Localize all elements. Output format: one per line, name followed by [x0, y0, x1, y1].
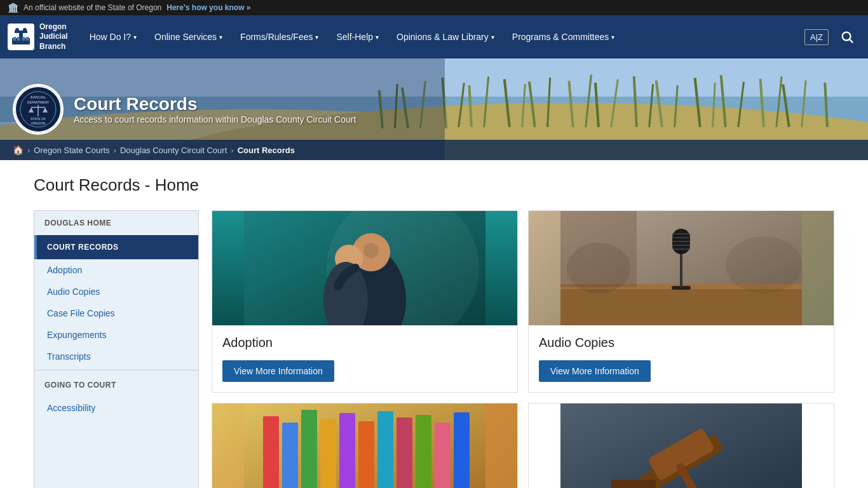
svg-point-3 [15, 28, 19, 32]
card-btn-audio[interactable]: View More Information [539, 360, 651, 382]
nav-self-help[interactable]: Self-Help ▾ [327, 15, 388, 58]
chevron-icon: ▾ [491, 34, 494, 41]
svg-rect-78 [320, 419, 336, 488]
svg-text:STATE OF: STATE OF [31, 117, 46, 121]
navbar: Oregon Judicial Branch How Do I? ▾ Onlin… [0, 15, 868, 58]
svg-rect-64 [680, 249, 682, 287]
search-button[interactable] [834, 26, 860, 48]
nav-right: A|Z [804, 26, 860, 48]
sidebar-link-expungements[interactable]: Expungements [34, 324, 198, 346]
sidebar-link-transcripts[interactable]: Transcripts [34, 346, 198, 367]
card-expungements: Expungements View More Information [528, 403, 834, 488]
logo[interactable]: Oregon Judicial Branch [8, 22, 68, 52]
sidebar-link-case-file-copies[interactable]: Case File Copies [34, 302, 198, 324]
page-title: Court Records - Home [34, 175, 834, 195]
sidebar-douglas-home-header: DOUGLAS HOME [34, 211, 198, 235]
svg-rect-77 [301, 410, 317, 488]
nav-programs-committees[interactable]: Programs & Committees ▾ [503, 15, 623, 58]
sidebar-divider [34, 370, 198, 370]
logo-icon [8, 24, 34, 50]
svg-point-59 [363, 243, 379, 258]
svg-point-9 [843, 32, 851, 41]
nav-opinions-law[interactable]: Opinions & Law Library ▾ [388, 15, 503, 58]
svg-rect-7 [22, 37, 25, 41]
svg-line-10 [850, 39, 853, 43]
svg-point-72 [567, 243, 630, 294]
translate-button[interactable]: A|Z [804, 29, 829, 45]
card-body-audio: Audio Copies View More Information [529, 325, 834, 392]
svg-point-73 [726, 236, 802, 294]
top-banner: 🏛️ An official website of the State of O… [0, 0, 868, 15]
cards-area: Adoption View More Information [212, 210, 834, 488]
nav-items: How Do I? ▾ Online Services ▾ Forms/Rule… [81, 15, 804, 58]
sidebar-link-audio-copies[interactable]: Audio Copies [34, 281, 198, 302]
sidebar: DOUGLAS HOME COURT RECORDS Adoption Audi… [34, 210, 199, 488]
hero-content: JUDICIAL DEPARTMENT STATE OF OREGON Cour… [0, 58, 868, 160]
svg-rect-81 [377, 411, 393, 488]
chevron-icon: ▾ [219, 34, 222, 41]
svg-rect-82 [397, 417, 412, 488]
chevron-icon: ▾ [376, 34, 379, 41]
sidebar-going-to-court-header: GOING TO COURT [34, 373, 198, 397]
svg-rect-90 [611, 480, 656, 488]
svg-rect-5 [13, 37, 16, 41]
card-body-adoption: Adoption View More Information [212, 325, 517, 392]
hero-section: JUDICIAL DEPARTMENT STATE OF OREGON Cour… [0, 58, 868, 160]
card-audio-copies: Audio Copies View More Information [528, 210, 834, 393]
svg-rect-84 [435, 423, 451, 488]
svg-rect-79 [339, 413, 355, 488]
card-image-adoption [212, 211, 517, 325]
content-layout: DOUGLAS HOME COURT RECORDS Adoption Audi… [34, 210, 834, 488]
sidebar-link-accessibility[interactable]: Accessibility [34, 397, 198, 419]
svg-rect-6 [17, 37, 20, 41]
svg-text:OREGON: OREGON [31, 121, 46, 125]
nav-how-do-i[interactable]: How Do I? ▾ [81, 15, 146, 58]
nav-online-services[interactable]: Online Services ▾ [146, 15, 231, 58]
svg-rect-83 [416, 415, 431, 488]
banner-link[interactable]: Here's how you know » [166, 3, 250, 12]
svg-rect-76 [282, 423, 298, 488]
svg-text:DEPARTMENT: DEPARTMENT [27, 100, 49, 104]
hero-title: Court Records [74, 94, 356, 114]
card-title-audio: Audio Copies [539, 336, 824, 350]
nav-forms-rules-fees[interactable]: Forms/Rules/Fees ▾ [231, 15, 327, 58]
chevron-icon: ▾ [611, 34, 614, 41]
card-btn-adoption[interactable]: View More Information [222, 360, 334, 382]
sidebar-court-records-active[interactable]: COURT RECORDS [34, 235, 198, 259]
flag-icon: 🏛️ [8, 3, 18, 13]
hero-seal: JUDICIAL DEPARTMENT STATE OF OREGON [13, 84, 64, 135]
chevron-icon: ▾ [133, 34, 137, 41]
hero-subtitle: Access to court records information with… [74, 114, 356, 125]
svg-text:JUDICIAL: JUDICIAL [30, 95, 46, 99]
svg-rect-8 [26, 37, 29, 41]
cards-grid: Adoption View More Information [212, 210, 834, 488]
svg-rect-80 [358, 421, 374, 488]
logo-text: Oregon Judicial Branch [39, 22, 68, 52]
card-title-adoption: Adoption [222, 336, 507, 350]
main-content: Court Records - Home DOUGLAS HOME COURT … [21, 160, 847, 488]
card-image-audio [529, 211, 834, 325]
hero-text: Court Records Access to court records in… [74, 94, 356, 125]
svg-rect-75 [263, 416, 279, 488]
chevron-icon: ▾ [315, 34, 318, 41]
svg-point-4 [23, 28, 27, 32]
svg-rect-85 [454, 412, 470, 488]
sidebar-link-adoption[interactable]: Adoption [34, 259, 198, 281]
card-adoption: Adoption View More Information [212, 210, 518, 393]
card-case-file: Case File Copies View More Information [212, 403, 518, 488]
banner-text: An official website of the State of Oreg… [24, 3, 161, 12]
